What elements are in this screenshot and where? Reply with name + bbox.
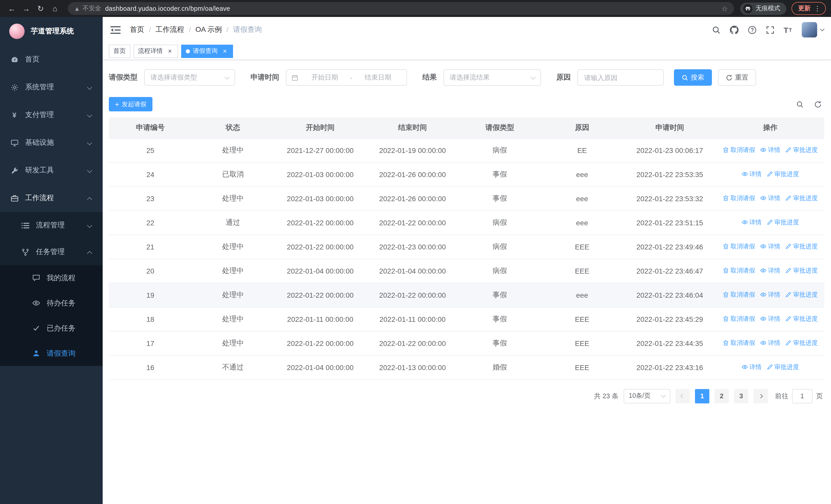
incognito-badge[interactable]: 无痕模式	[740, 2, 786, 14]
browser-menu-icon[interactable]: ⋮	[814, 5, 821, 12]
sidebar-item-infrastructure[interactable]: 基础设施	[0, 129, 103, 156]
action-label: 审批进度	[793, 242, 818, 251]
end-date-placeholder[interactable]: 结束日期	[354, 73, 401, 82]
app-shell: 芋道管理系统 首页系统管理¥支付管理基础设施研发工具工作流程流程管理任务管理我的…	[0, 17, 831, 504]
next-page-button[interactable]	[753, 389, 768, 403]
font-size-icon[interactable]: TT	[779, 25, 797, 34]
action-progress[interactable]: 审批进度	[785, 315, 818, 323]
browser-reload-icon[interactable]: ↻	[34, 2, 47, 15]
action-progress[interactable]: 审批进度	[767, 363, 799, 372]
action-progress[interactable]: 审批进度	[767, 170, 799, 179]
sidebar-item-system[interactable]: 系统管理	[0, 73, 103, 101]
action-progress[interactable]: 审批进度	[785, 194, 818, 203]
leave-type-select[interactable]: 请选择请假类型	[144, 69, 235, 86]
page-button-2[interactable]: 2	[715, 389, 729, 403]
security-warning[interactable]: ▲ 不安全	[74, 4, 101, 13]
security-warning-label: 不安全	[83, 4, 101, 13]
close-icon[interactable]: ×	[166, 48, 173, 55]
action-cancel[interactable]: 取消请假	[723, 242, 755, 251]
search-button[interactable]: 搜索	[674, 69, 712, 86]
apply-time-range-picker[interactable]: 开始日期 - 结束日期	[286, 69, 407, 86]
action-progress[interactable]: 审批进度	[767, 218, 799, 227]
action-progress[interactable]: 审批进度	[785, 339, 818, 348]
github-icon[interactable]	[725, 25, 743, 34]
sidebar-item-dev-tools[interactable]: 研发工具	[0, 156, 103, 184]
sidebar-item-my-process[interactable]: 我的流程	[0, 265, 103, 291]
action-cancel[interactable]: 取消请假	[723, 315, 755, 323]
breadcrumb: 首页/工作流程/OA 示例/请假查询	[130, 25, 262, 34]
page-button-1[interactable]: 1	[695, 389, 709, 403]
action-progress[interactable]: 审批进度	[785, 242, 818, 251]
browser-home-icon[interactable]: ⌂	[48, 2, 62, 15]
user-menu-caret-icon[interactable]	[821, 28, 824, 31]
close-icon[interactable]: ×	[221, 48, 228, 55]
action-detail[interactable]: 详情	[760, 266, 780, 275]
help-icon[interactable]	[743, 25, 761, 34]
sidebar-item-workflow[interactable]: 工作流程	[0, 184, 103, 212]
action-cancel[interactable]: 取消请假	[723, 339, 755, 348]
update-button[interactable]: 更新 ⋮	[792, 2, 826, 15]
result-select[interactable]: 请选择流结果	[443, 69, 541, 86]
sidebar-item-task-management[interactable]: 任务管理	[0, 239, 103, 265]
sidebar-item-home[interactable]: 首页	[0, 46, 103, 73]
action-detail[interactable]: 详情	[760, 291, 780, 299]
dashboard-icon	[10, 55, 19, 64]
page-size-select[interactable]: 10条/页	[624, 389, 670, 403]
sidebar: 芋道管理系统 首页系统管理¥支付管理基础设施研发工具工作流程流程管理任务管理我的…	[0, 17, 103, 504]
breadcrumb-item[interactable]: OA 示例	[196, 25, 222, 34]
action-cancel[interactable]: 取消请假	[723, 266, 755, 275]
logo[interactable]: 芋道管理系统	[0, 17, 103, 46]
sidebar-item-todo-tasks[interactable]: 待办任务	[0, 291, 103, 316]
refresh-table-icon[interactable]	[814, 100, 822, 108]
browser-back-icon[interactable]: ←	[5, 2, 19, 15]
user-avatar[interactable]	[802, 22, 817, 37]
action-detail[interactable]: 详情	[760, 315, 780, 323]
reason-input[interactable]	[577, 69, 664, 86]
cell-id: 22	[109, 210, 192, 235]
cell-reason: eee	[541, 162, 623, 186]
action-label: 详情	[768, 242, 780, 251]
action-label: 审批进度	[793, 194, 818, 203]
sidebar-toggle-icon[interactable]	[103, 25, 126, 34]
action-cancel[interactable]: 取消请假	[723, 291, 755, 299]
bookmark-star-icon[interactable]: ☆	[721, 4, 728, 12]
menu-item-wrap: 我的流程	[0, 265, 103, 291]
action-detail[interactable]: 详情	[741, 218, 762, 227]
tab-process-detail[interactable]: 流程详情×	[134, 45, 178, 58]
start-date-placeholder[interactable]: 开始日期	[301, 73, 348, 82]
action-progress[interactable]: 审批进度	[785, 291, 818, 299]
action-detail[interactable]: 详情	[760, 242, 780, 251]
sidebar-item-leave-query[interactable]: 请假查询	[0, 341, 103, 366]
address-bar[interactable]: ▲ 不安全 dashboard.yudao.iocoder.cn/bpm/oa/…	[68, 2, 734, 15]
search-icon[interactable]	[707, 25, 725, 34]
action-cancel[interactable]: 取消请假	[723, 146, 755, 154]
cell-type: 事假	[459, 162, 541, 186]
sidebar-item-done-tasks[interactable]: 已办任务	[0, 316, 103, 341]
tab-leave-query[interactable]: 请假查询×	[181, 45, 233, 58]
sidebar-item-payment[interactable]: ¥支付管理	[0, 101, 103, 129]
page-button-3[interactable]: 3	[734, 389, 748, 403]
monitor-icon	[10, 139, 19, 147]
action-progress[interactable]: 审批进度	[785, 266, 818, 275]
prev-page-button[interactable]	[676, 389, 690, 403]
goto-page-input[interactable]	[792, 389, 812, 403]
action-detail[interactable]: 详情	[741, 363, 762, 372]
tab-home[interactable]: 首页	[109, 45, 131, 58]
action-label: 取消请假	[730, 146, 755, 154]
breadcrumb-item[interactable]: 首页	[130, 25, 144, 34]
browser-forward-icon[interactable]: →	[20, 2, 33, 15]
sidebar-item-label: 已办任务	[47, 324, 76, 333]
create-leave-button[interactable]: + 发起请假	[109, 97, 152, 111]
breadcrumb-item[interactable]: 工作流程	[155, 25, 184, 34]
action-detail[interactable]: 详情	[760, 339, 780, 348]
reset-button[interactable]: 重置	[718, 69, 756, 86]
toggle-search-icon[interactable]	[796, 100, 804, 108]
action-detail[interactable]: 详情	[760, 194, 780, 203]
fullscreen-icon[interactable]	[761, 25, 779, 34]
action-cancel[interactable]: 取消请假	[723, 194, 755, 203]
sidebar-item-label: 我的流程	[47, 273, 76, 283]
action-detail[interactable]: 详情	[741, 170, 762, 179]
action-detail[interactable]: 详情	[760, 146, 780, 154]
action-progress[interactable]: 审批进度	[785, 146, 818, 154]
sidebar-item-process-management[interactable]: 流程管理	[0, 212, 103, 239]
